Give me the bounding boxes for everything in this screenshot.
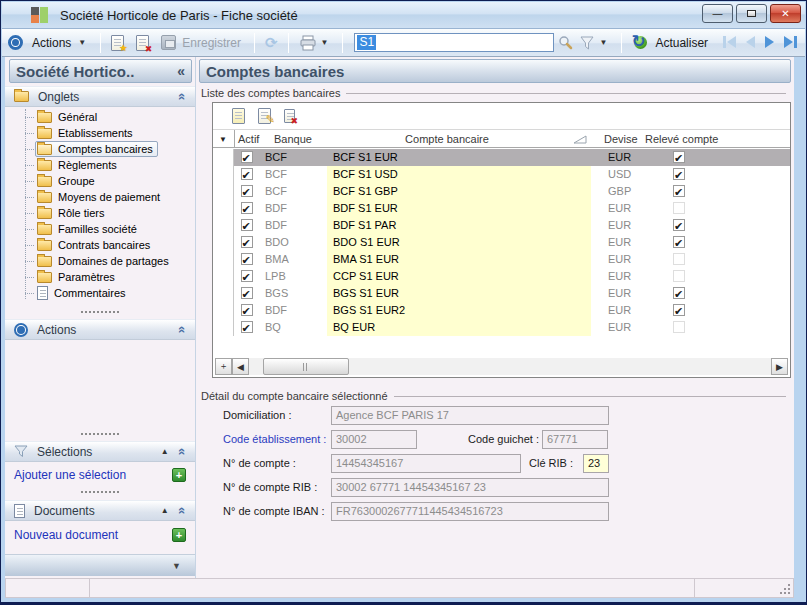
table-row[interactable]: BGSBGS S1 EUREUR <box>213 285 790 302</box>
minimize-button[interactable]: — <box>702 4 733 23</box>
collapse-section-icon[interactable]: « <box>175 326 190 333</box>
releve-checkbox[interactable] <box>637 319 721 336</box>
sidebar-item-moyens-de-paiement[interactable]: Moyens de paiement <box>5 189 195 205</box>
table-row[interactable]: LPBCCP S1 EUREUR <box>213 268 790 285</box>
nav-last-button[interactable] <box>784 34 798 52</box>
actions-menu-button[interactable]: Actions ▼ <box>23 34 93 52</box>
compte-cell[interactable]: BCF S1 USD <box>327 166 591 183</box>
code-guichet-field[interactable]: 67771 <box>542 430 608 449</box>
compte-cell[interactable]: BDF S1 PAR <box>327 217 591 234</box>
compte-cell[interactable]: BMA S1 EUR <box>327 251 591 268</box>
banque-cell[interactable]: BGS <box>259 285 327 302</box>
table-row[interactable]: BCFBCF S1 EUREUR <box>213 149 790 166</box>
actif-checkbox[interactable] <box>234 200 259 217</box>
nav-next-button[interactable] <box>765 34 774 52</box>
table-row[interactable]: BCFBCF S1 GBPGBP <box>213 183 790 200</box>
devise-cell[interactable]: GBP <box>591 183 637 200</box>
releve-checkbox[interactable] <box>637 251 721 268</box>
nav-first-button[interactable] <box>722 34 736 52</box>
scroll-right-button[interactable]: ▶ <box>771 358 788 375</box>
compte-cell[interactable]: BCF S1 GBP <box>327 183 591 200</box>
banque-cell[interactable]: BMA <box>259 251 327 268</box>
banque-cell[interactable]: BCF <box>259 166 327 183</box>
devise-cell[interactable]: EUR <box>591 200 637 217</box>
compte-cell[interactable]: BCF S1 EUR <box>327 149 591 166</box>
sidebar-item-general[interactable]: Général <box>5 109 195 125</box>
add-selection-plus-button[interactable]: + <box>172 468 186 482</box>
column-header-releve[interactable]: Relevé compte <box>645 133 718 145</box>
releve-checkbox[interactable] <box>637 166 721 183</box>
actif-checkbox[interactable] <box>234 149 259 166</box>
banque-cell[interactable]: BCF <box>259 183 327 200</box>
actif-checkbox[interactable] <box>234 234 259 251</box>
numero-compte-field[interactable]: 14454345167 <box>331 454 521 473</box>
sidebar-item-domaines-de-partages[interactable]: Domaines de partages <box>5 253 195 269</box>
sidebar-item-familles-societe[interactable]: Familles société <box>5 221 195 237</box>
resize-grip[interactable] <box>780 584 790 594</box>
refresh-button[interactable]: ⟳ <box>262 34 281 52</box>
sidebar-item-contrats-bancaires[interactable]: Contrats bancaires <box>5 237 195 253</box>
nav-previous-button[interactable] <box>746 34 755 52</box>
code-etablissement-field[interactable]: 30002 <box>331 430 417 449</box>
table-row[interactable]: BDFBGS S1 EUR2EUR <box>213 302 790 319</box>
sidebar-item-etablissements[interactable]: Etablissements <box>5 125 195 141</box>
table-row[interactable]: BMABMA S1 EUREUR <box>213 251 790 268</box>
search-button[interactable] <box>554 33 576 53</box>
column-header-banque[interactable]: Banque <box>274 133 312 145</box>
table-row[interactable]: BQBQ EUREUR <box>213 319 790 336</box>
table-row[interactable]: BDFBDF S1 EUREUR <box>213 200 790 217</box>
banque-cell[interactable]: BDF <box>259 200 327 217</box>
actif-checkbox[interactable] <box>234 319 259 336</box>
devise-cell[interactable]: EUR <box>591 217 637 234</box>
new-document-link[interactable]: Nouveau document <box>14 528 172 542</box>
pin-up-icon[interactable]: ▲ <box>161 506 169 515</box>
scrollbar-thumb[interactable] <box>263 358 349 375</box>
numero-compte-rib-field[interactable]: 30002 67771 14454345167 23 <box>331 478 609 497</box>
table-row[interactable]: BDFBDF S1 PAREUR <box>213 217 790 234</box>
print-button[interactable]: ▼ <box>296 33 336 53</box>
sidebar-item-comptes-bancaires[interactable]: Comptes bancaires <box>5 141 195 157</box>
actif-checkbox[interactable] <box>234 217 259 234</box>
splitter-handle[interactable] <box>5 309 195 315</box>
domiciliation-field[interactable]: Agence BCF PARIS 17 <box>331 406 609 425</box>
compte-cell[interactable]: CCP S1 EUR <box>327 268 591 285</box>
devise-cell[interactable]: EUR <box>591 234 637 251</box>
grid-edit-button[interactable]: ✎ <box>258 108 271 124</box>
releve-checkbox[interactable] <box>637 149 721 166</box>
grid-delete-button[interactable]: ✖ <box>284 109 295 123</box>
new-record-button[interactable]: ★ <box>108 33 127 53</box>
releve-checkbox[interactable] <box>637 217 721 234</box>
banque-cell[interactable]: LPB <box>259 268 327 285</box>
devise-cell[interactable]: EUR <box>591 319 637 336</box>
devise-cell[interactable]: EUR <box>591 285 637 302</box>
table-row[interactable]: BCFBCF S1 USDUSD <box>213 166 790 183</box>
add-selection-link[interactable]: Ajouter une sélection <box>14 468 172 482</box>
compte-cell[interactable]: BGS S1 EUR2 <box>327 302 591 319</box>
maximize-button[interactable] <box>736 4 767 23</box>
actif-checkbox[interactable] <box>234 302 259 319</box>
collapse-section-icon[interactable]: « <box>175 93 190 100</box>
sidebar-bottom-bar[interactable]: ▼ <box>5 554 195 576</box>
grid-selector-dropdown[interactable]: ▼ <box>219 135 227 144</box>
numero-compte-iban-field[interactable]: FR7630002677711445434516723 <box>331 502 609 521</box>
actif-checkbox[interactable] <box>234 251 259 268</box>
compte-cell[interactable]: BDF S1 EUR <box>327 200 591 217</box>
compte-cell[interactable]: BQ EUR <box>327 319 591 336</box>
column-header-compte[interactable]: Compte bancaire <box>327 133 567 145</box>
compte-cell[interactable]: BGS S1 EUR <box>327 285 591 302</box>
banque-cell[interactable]: BDF <box>259 217 327 234</box>
search-input[interactable]: S1 <box>354 33 554 52</box>
collapse-section-icon[interactable]: « <box>175 448 190 455</box>
banque-cell[interactable]: BQ <box>259 319 327 336</box>
devise-cell[interactable]: EUR <box>591 149 637 166</box>
banque-cell[interactable]: BCF <box>259 149 327 166</box>
releve-checkbox[interactable] <box>637 183 721 200</box>
devise-cell[interactable]: EUR <box>591 251 637 268</box>
add-row-button[interactable]: ＋ <box>215 358 232 375</box>
table-row[interactable]: BDOBDO S1 EUREUR <box>213 234 790 251</box>
sidebar-collapse-button[interactable]: « <box>177 63 185 79</box>
cle-rib-field[interactable]: 23 <box>583 454 609 473</box>
column-header-devise[interactable]: Devise <box>604 133 638 145</box>
new-document-plus-button[interactable]: + <box>172 528 186 542</box>
section-header-onglets[interactable]: Onglets « <box>5 86 195 107</box>
